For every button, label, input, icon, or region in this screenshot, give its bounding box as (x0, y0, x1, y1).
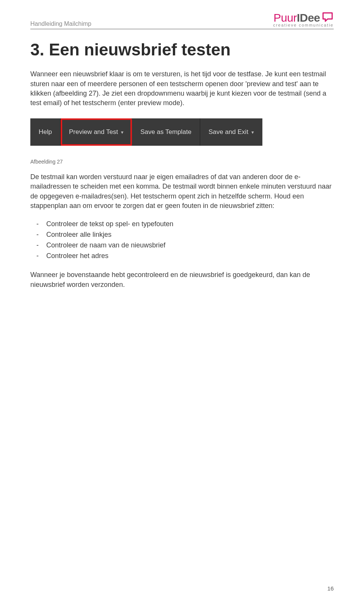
toolbar-preview-label: Preview and Test (69, 128, 118, 136)
toolbar-save-template-label: Save as Template (140, 128, 191, 136)
toolbar-preview-and-test[interactable]: Preview and Test ▾ (61, 118, 132, 146)
logo-wordmark: PuurIDee (273, 11, 320, 24)
list-item: Controleer alle linkjes (46, 230, 334, 240)
speech-bubble-icon (322, 12, 334, 24)
list-item: Controleer de naam van de nieuwsbrief (46, 240, 334, 251)
list-item: Controleer het adres (46, 251, 334, 261)
chevron-down-icon: ▾ (121, 129, 124, 135)
toolbar-save-exit-label: Save and Exit (209, 128, 248, 136)
toolbar-help[interactable]: Help (30, 118, 61, 146)
checklist: Controleer de tekst op spel- en typefout… (30, 219, 334, 261)
page-number: 16 (327, 585, 334, 592)
section-heading: 3. Een nieuwsbrief testen (30, 41, 334, 59)
closing-paragraph: Wanneer je bovenstaande hebt gecontrolee… (30, 270, 334, 289)
figure-caption: Afbeelding 27 (30, 159, 334, 165)
explanation-paragraph: De testmail kan worden verstuurd naar je… (30, 172, 334, 211)
list-item: Controleer de tekst op spel- en typefout… (46, 219, 334, 230)
mailchimp-toolbar-screenshot: Help Preview and Test ▾ Save as Template… (30, 118, 262, 146)
chevron-down-icon: ▾ (251, 129, 254, 135)
toolbar-help-label: Help (39, 128, 52, 136)
intro-paragraph: Wanneer een nieuwsbrief klaar is om te v… (30, 69, 334, 108)
header-title: Handleiding Mailchimp (30, 20, 91, 27)
logo-tagline: creatieve communicatie (273, 23, 334, 27)
toolbar-save-and-exit[interactable]: Save and Exit ▾ (200, 118, 262, 146)
toolbar-save-as-template[interactable]: Save as Template (132, 118, 200, 146)
brand-logo: PuurIDee creatieve communicatie (273, 11, 334, 27)
page-header: Handleiding Mailchimp PuurIDee creatieve… (30, 11, 334, 29)
